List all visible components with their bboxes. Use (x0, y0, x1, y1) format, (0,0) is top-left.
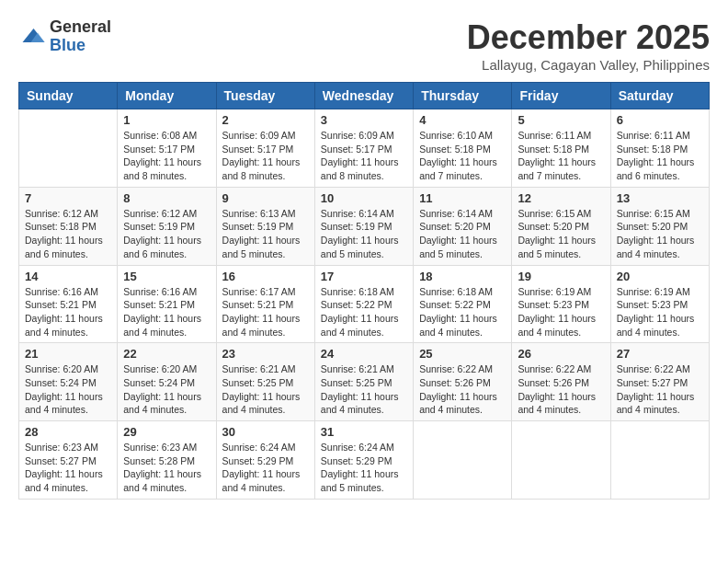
calendar-header-row: SundayMondayTuesdayWednesdayThursdayFrid… (19, 83, 710, 109)
calendar-cell: 6Sunrise: 6:11 AM Sunset: 5:18 PM Daylig… (610, 109, 709, 188)
day-info: Sunrise: 6:16 AM Sunset: 5:21 PM Dayligh… (123, 285, 210, 339)
calendar-cell: 27Sunrise: 6:22 AM Sunset: 5:27 PM Dayli… (610, 343, 709, 421)
day-number: 12 (518, 191, 604, 205)
day-info: Sunrise: 6:23 AM Sunset: 5:27 PM Dayligh… (25, 441, 111, 495)
calendar-week-row: 21Sunrise: 6:20 AM Sunset: 5:24 PM Dayli… (19, 343, 710, 421)
day-number: 18 (419, 270, 506, 283)
day-number: 17 (321, 270, 407, 283)
calendar-cell: 12Sunrise: 6:15 AM Sunset: 5:20 PM Dayli… (512, 187, 610, 265)
calendar-cell: 9Sunrise: 6:13 AM Sunset: 5:19 PM Daylig… (216, 187, 314, 265)
calendar-cell: 5Sunrise: 6:11 AM Sunset: 5:18 PM Daylig… (512, 109, 610, 188)
logo-icon (18, 23, 46, 51)
column-header-wednesday: Wednesday (314, 83, 413, 109)
calendar-week-row: 1Sunrise: 6:08 AM Sunset: 5:17 PM Daylig… (19, 109, 710, 188)
day-info: Sunrise: 6:24 AM Sunset: 5:29 PM Dayligh… (321, 441, 407, 495)
day-info: Sunrise: 6:11 AM Sunset: 5:18 PM Dayligh… (518, 129, 604, 183)
calendar-cell: 31Sunrise: 6:24 AM Sunset: 5:29 PM Dayli… (314, 421, 413, 500)
day-number: 22 (123, 347, 210, 361)
calendar-week-row: 14Sunrise: 6:16 AM Sunset: 5:21 PM Dayli… (19, 265, 710, 343)
day-info: Sunrise: 6:21 AM Sunset: 5:25 PM Dayligh… (321, 362, 407, 417)
day-number: 10 (321, 191, 407, 205)
day-number: 27 (617, 347, 703, 361)
day-info: Sunrise: 6:15 AM Sunset: 5:20 PM Dayligh… (518, 207, 604, 261)
logo-general: General (50, 18, 111, 37)
day-info: Sunrise: 6:18 AM Sunset: 5:22 PM Dayligh… (419, 285, 506, 339)
day-number: 21 (25, 347, 111, 361)
day-info: Sunrise: 6:13 AM Sunset: 5:19 PM Dayligh… (222, 207, 309, 261)
day-number: 15 (123, 270, 210, 283)
column-header-saturday: Saturday (610, 83, 709, 109)
day-number: 14 (25, 270, 111, 283)
day-info: Sunrise: 6:08 AM Sunset: 5:17 PM Dayligh… (123, 129, 210, 183)
column-header-thursday: Thursday (414, 83, 512, 109)
day-number: 11 (419, 191, 506, 205)
calendar-week-row: 7Sunrise: 6:12 AM Sunset: 5:18 PM Daylig… (19, 187, 710, 265)
calendar-cell: 16Sunrise: 6:17 AM Sunset: 5:21 PM Dayli… (216, 265, 314, 343)
calendar-cell: 4Sunrise: 6:10 AM Sunset: 5:18 PM Daylig… (414, 109, 512, 188)
day-info: Sunrise: 6:09 AM Sunset: 5:17 PM Dayligh… (321, 129, 407, 183)
calendar-cell: 3Sunrise: 6:09 AM Sunset: 5:17 PM Daylig… (314, 109, 413, 188)
day-info: Sunrise: 6:11 AM Sunset: 5:18 PM Dayligh… (617, 129, 703, 183)
column-header-friday: Friday (512, 83, 610, 109)
day-number: 1 (123, 113, 210, 127)
calendar-week-row: 28Sunrise: 6:23 AM Sunset: 5:27 PM Dayli… (19, 421, 710, 500)
logo-text: General Blue (50, 18, 111, 55)
day-number: 24 (321, 347, 407, 361)
day-info: Sunrise: 6:14 AM Sunset: 5:20 PM Dayligh… (419, 207, 506, 261)
day-number: 25 (419, 347, 506, 361)
day-number: 6 (617, 113, 703, 127)
calendar-cell (512, 421, 610, 500)
day-info: Sunrise: 6:14 AM Sunset: 5:19 PM Dayligh… (321, 207, 407, 261)
day-number: 5 (518, 113, 604, 127)
day-info: Sunrise: 6:22 AM Sunset: 5:26 PM Dayligh… (419, 362, 506, 417)
calendar-cell: 25Sunrise: 6:22 AM Sunset: 5:26 PM Dayli… (414, 343, 512, 421)
day-info: Sunrise: 6:21 AM Sunset: 5:25 PM Dayligh… (222, 362, 309, 417)
day-info: Sunrise: 6:09 AM Sunset: 5:17 PM Dayligh… (222, 129, 309, 183)
day-info: Sunrise: 6:20 AM Sunset: 5:24 PM Dayligh… (25, 362, 111, 417)
calendar-cell: 8Sunrise: 6:12 AM Sunset: 5:19 PM Daylig… (118, 187, 216, 265)
day-info: Sunrise: 6:23 AM Sunset: 5:28 PM Dayligh… (123, 441, 210, 495)
logo-blue: Blue (50, 37, 111, 55)
calendar-cell: 26Sunrise: 6:22 AM Sunset: 5:26 PM Dayli… (512, 343, 610, 421)
day-number: 7 (25, 191, 111, 205)
day-number: 31 (321, 425, 407, 439)
day-number: 3 (321, 113, 407, 127)
calendar-cell: 17Sunrise: 6:18 AM Sunset: 5:22 PM Dayli… (314, 265, 413, 343)
calendar-cell: 19Sunrise: 6:19 AM Sunset: 5:23 PM Dayli… (512, 265, 610, 343)
calendar-cell: 15Sunrise: 6:16 AM Sunset: 5:21 PM Dayli… (118, 265, 216, 343)
calendar-cell: 20Sunrise: 6:19 AM Sunset: 5:23 PM Dayli… (610, 265, 709, 343)
day-info: Sunrise: 6:10 AM Sunset: 5:18 PM Dayligh… (419, 129, 506, 183)
day-number: 16 (222, 270, 309, 283)
calendar-cell: 2Sunrise: 6:09 AM Sunset: 5:17 PM Daylig… (216, 109, 314, 188)
day-number: 29 (123, 425, 210, 439)
column-header-tuesday: Tuesday (216, 83, 314, 109)
calendar-cell (19, 109, 118, 188)
calendar-cell: 30Sunrise: 6:24 AM Sunset: 5:29 PM Dayli… (216, 421, 314, 500)
day-info: Sunrise: 6:12 AM Sunset: 5:19 PM Dayligh… (123, 207, 210, 261)
day-info: Sunrise: 6:15 AM Sunset: 5:20 PM Dayligh… (617, 207, 703, 261)
column-header-sunday: Sunday (19, 83, 118, 109)
day-number: 9 (222, 191, 309, 205)
day-number: 4 (419, 113, 506, 127)
day-number: 20 (617, 270, 703, 283)
calendar-cell (610, 421, 709, 500)
month-title: December 2025 (467, 18, 710, 57)
calendar-cell: 11Sunrise: 6:14 AM Sunset: 5:20 PM Dayli… (414, 187, 512, 265)
day-info: Sunrise: 6:19 AM Sunset: 5:23 PM Dayligh… (518, 285, 604, 339)
calendar-cell: 14Sunrise: 6:16 AM Sunset: 5:21 PM Dayli… (19, 265, 118, 343)
calendar-cell: 7Sunrise: 6:12 AM Sunset: 5:18 PM Daylig… (19, 187, 118, 265)
calendar-cell: 22Sunrise: 6:20 AM Sunset: 5:24 PM Dayli… (118, 343, 216, 421)
day-info: Sunrise: 6:22 AM Sunset: 5:26 PM Dayligh… (518, 362, 604, 417)
calendar-cell: 10Sunrise: 6:14 AM Sunset: 5:19 PM Dayli… (314, 187, 413, 265)
day-number: 26 (518, 347, 604, 361)
day-info: Sunrise: 6:12 AM Sunset: 5:18 PM Dayligh… (25, 207, 111, 261)
day-number: 28 (25, 425, 111, 439)
day-number: 8 (123, 191, 210, 205)
location-subtitle: Lallayug, Cagayan Valley, Philippines (467, 57, 710, 73)
day-number: 23 (222, 347, 309, 361)
calendar-cell: 1Sunrise: 6:08 AM Sunset: 5:17 PM Daylig… (118, 109, 216, 188)
calendar-cell: 13Sunrise: 6:15 AM Sunset: 5:20 PM Dayli… (610, 187, 709, 265)
calendar-cell: 28Sunrise: 6:23 AM Sunset: 5:27 PM Dayli… (19, 421, 118, 500)
day-info: Sunrise: 6:17 AM Sunset: 5:21 PM Dayligh… (222, 285, 309, 339)
calendar-cell: 21Sunrise: 6:20 AM Sunset: 5:24 PM Dayli… (19, 343, 118, 421)
